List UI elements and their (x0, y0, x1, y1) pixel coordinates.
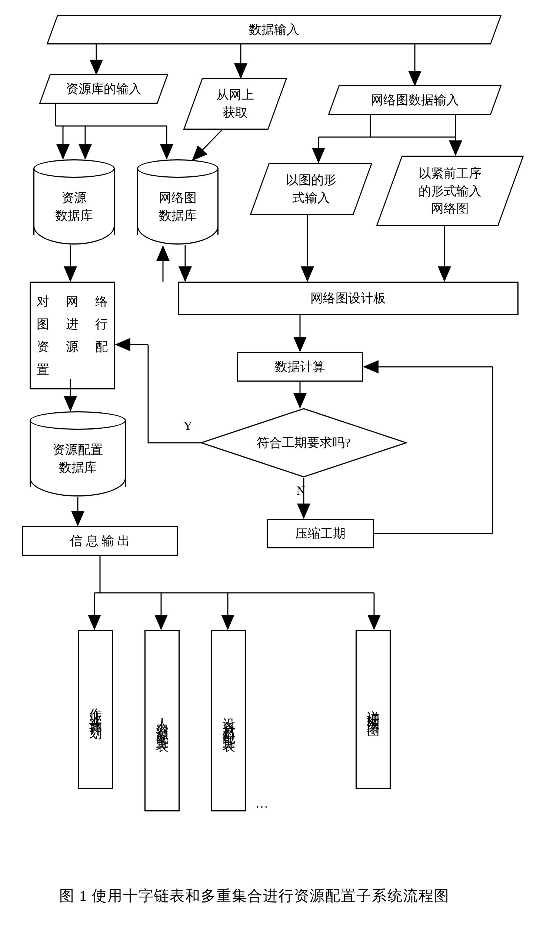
configure-line-4: 置 (37, 358, 108, 381)
configure-line-3: 资 源 配 (37, 335, 108, 358)
output-3-label: 设备材料配置表 (219, 708, 238, 734)
figure-caption: 图 1 使用十字链表和多重集合进行资源配置子系统流程图 (59, 885, 450, 906)
data-input-block: 数据输入 (46, 15, 502, 45)
data-calc-label: 数据计算 (275, 358, 325, 376)
output-4-block: 详细网络图 (355, 630, 391, 789)
resource-db-cylinder: 资源 数据库 (33, 159, 115, 245)
info-output-label: 信 息 输 出 (70, 532, 130, 550)
network-db-label: 网络图 数据库 (137, 189, 218, 224)
config-db-label: 资源配置 数据库 (30, 441, 126, 476)
decision-diamond: 符合工期要求吗? (200, 408, 408, 478)
output-ellipsis: … (255, 797, 270, 811)
design-board-label: 网络图设计板 (310, 289, 386, 307)
graph-form-block: 以图的形 式输入 (250, 163, 372, 215)
svg-line-9 (192, 130, 222, 160)
configure-line-1: 对 网 络 (37, 290, 108, 313)
output-3-block: 设备材料配置表 (211, 630, 246, 811)
config-db-cylinder: 资源配置 数据库 (30, 411, 126, 496)
network-db-cylinder: 网络图 数据库 (137, 159, 218, 245)
resource-lib-input-block: 资源库的输入 (39, 74, 168, 104)
decision-label: 符合工期要求吗? (200, 408, 408, 478)
network-input-label: 网络图数据输入 (371, 91, 459, 109)
graph-form-label: 以图的形 式输入 (286, 171, 336, 206)
design-board-block: 网络图设计板 (178, 282, 518, 315)
configure-block: 对 网 络 图 进 行 资 源 配 置 (30, 282, 115, 390)
output-4-label: 详细网络图 (364, 700, 383, 719)
output-1-block: 作业实施计划 (78, 630, 113, 789)
output-2-label: 人力资源配置表 (152, 708, 171, 734)
compress-label: 压缩工期 (295, 525, 346, 542)
from-web-block: 从网上 获取 (183, 78, 288, 130)
decision-yes-label: Y (183, 419, 192, 433)
info-output-block: 信 息 输 出 (22, 526, 178, 556)
data-calc-block: 数据计算 (237, 352, 363, 382)
output-1-label: 作业实施计划 (86, 698, 105, 721)
output-2-block: 人力资源配置表 (145, 630, 180, 811)
resource-lib-input-label: 资源库的输入 (66, 80, 142, 98)
resource-db-label: 资源 数据库 (33, 189, 115, 224)
from-web-label: 从网上 获取 (216, 86, 254, 121)
configure-line-2: 图 进 行 (37, 313, 108, 335)
pred-form-block: 以紧前工序 的形式输入 网络图 (376, 156, 524, 226)
compress-block: 压缩工期 (267, 519, 374, 548)
data-input-label: 数据输入 (249, 21, 299, 38)
decision-no-label: N (296, 483, 306, 497)
pred-form-label: 以紧前工序 的形式输入 网络图 (418, 165, 482, 217)
network-input-block: 网络图数据输入 (328, 85, 502, 115)
